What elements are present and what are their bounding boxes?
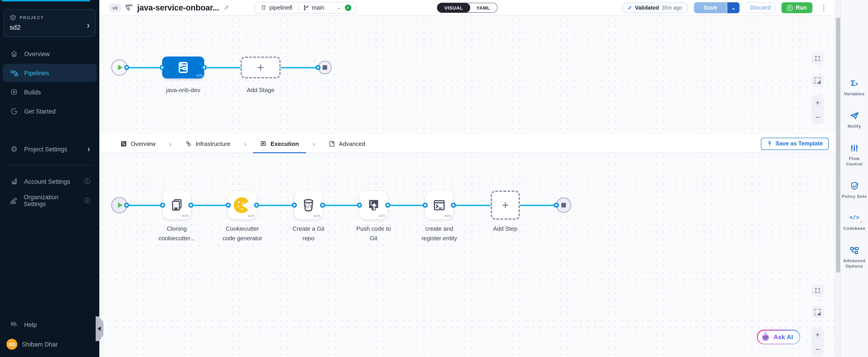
rail-item-variables[interactable]: Σx Variables <box>844 79 865 97</box>
rail-item-policy-sets[interactable]: Policy Sets <box>842 181 867 199</box>
branch-select-value: main <box>312 5 324 11</box>
connector-port[interactable] <box>423 203 428 208</box>
save-split-button: Save ⌄ <box>694 2 740 13</box>
code-glyph-icon: </> <box>379 214 385 218</box>
kebab-menu-icon[interactable]: ⋮ <box>818 3 829 12</box>
save-button[interactable]: Save <box>694 2 727 13</box>
ai-robot-icon <box>760 332 770 342</box>
sidebar-item-help[interactable]: ? Help <box>3 316 97 334</box>
rail-item-codebase[interactable]: </> ⚠ Codebase <box>843 213 865 231</box>
scrollbar-thumb[interactable] <box>836 17 840 273</box>
run-button[interactable]: Run <box>781 2 812 13</box>
tab-execution[interactable]: Execution <box>253 134 306 153</box>
step-label[interactable]: create and register entity <box>405 224 473 243</box>
save-as-template-button[interactable]: Save as Template <box>761 138 829 150</box>
marquee-select-button[interactable] <box>811 306 824 318</box>
execution-tab-icon <box>260 140 267 147</box>
user-profile[interactable]: SD Shibam Dhar <box>0 334 99 354</box>
stage-label[interactable]: java-onb-dev <box>149 85 217 95</box>
step-create-git-repo[interactable]: </> </> <box>294 191 322 219</box>
ask-ai-button[interactable]: Ask AI <box>757 330 800 344</box>
connector-port[interactable] <box>160 65 165 70</box>
step-label[interactable]: Create a Git repo <box>274 224 343 243</box>
sidebar-item-builds[interactable]: Builds <box>3 83 97 101</box>
step-create-register-entity[interactable]: </> <box>425 191 453 219</box>
sidebar-item-project-settings[interactable]: ⚙ Project Settings › <box>3 140 97 158</box>
chevron-right-icon: › <box>244 140 247 148</box>
connector-port[interactable] <box>202 65 207 70</box>
connector-port[interactable] <box>124 65 129 70</box>
save-dropdown-button[interactable]: ⌄ <box>727 2 740 13</box>
fullscreen-button[interactable] <box>811 285 824 297</box>
rail-label: Variables <box>844 91 865 97</box>
fullscreen-button[interactable] <box>811 53 824 65</box>
zoom-out-button[interactable]: − <box>815 346 820 353</box>
toggle-yaml[interactable]: YAML <box>469 3 497 13</box>
connector-port[interactable] <box>124 203 129 208</box>
pipeline-select[interactable]: </> pipeline8 <box>255 5 298 11</box>
stage-node-java-onb-dev[interactable]: </> <box>162 57 204 79</box>
execution-canvas[interactable]: </> Cloning cookiecutter... </> Cookiecu… <box>99 153 835 357</box>
connector-port[interactable] <box>320 203 325 208</box>
gear-icon: ⚙ <box>9 145 19 153</box>
sidebar-item-account-settings[interactable]: Account Settings ⓘ <box>3 172 97 190</box>
rail-item-advanced-options[interactable]: Advanced Options <box>841 245 868 269</box>
step-cloning-cookiecutter[interactable]: </> <box>163 191 191 219</box>
connector-port[interactable] <box>554 203 559 208</box>
toggle-visual[interactable]: VISUAL <box>437 3 470 13</box>
sidebar-item-overview[interactable]: Overview <box>3 45 97 63</box>
project-name: sd2 <box>9 23 90 31</box>
connector-port[interactable] <box>357 203 362 208</box>
code-glyph-icon: </> <box>444 214 451 218</box>
connector-port[interactable] <box>226 203 231 208</box>
project-selector[interactable]: PROJECT sd2 › <box>4 9 96 37</box>
info-icon: ⓘ <box>84 197 90 205</box>
rail-label: Advanced Options <box>841 258 868 269</box>
builds-icon <box>9 88 19 96</box>
step-cookiecutter-generator[interactable]: </> <box>228 191 256 219</box>
marquee-select-button[interactable] <box>811 74 824 87</box>
connector-port[interactable] <box>292 203 297 208</box>
vertical-scrollbar[interactable] <box>835 0 840 357</box>
sidebar-item-get-started[interactable]: Get Started <box>3 102 97 120</box>
rail-label: Codebase <box>843 226 865 231</box>
tab-infrastructure[interactable]: Infrastructure <box>178 134 238 153</box>
rail-item-flow-control[interactable]: Flow Control <box>841 143 868 167</box>
edit-pencil-icon[interactable]: ✎ <box>224 4 229 11</box>
step-label-line1: Create a Git <box>274 224 343 233</box>
zoom-in-button[interactable]: + <box>815 331 820 338</box>
connector-port[interactable] <box>385 203 390 208</box>
org-gear-icon <box>9 196 19 205</box>
stage-connector-line <box>127 67 318 68</box>
discard-button[interactable]: Discard <box>745 2 775 13</box>
header-actions: ✓ Validated 35m ago Save ⌄ Discard Run ⋮ <box>622 2 835 13</box>
connector-port[interactable] <box>160 203 165 208</box>
validated-badge[interactable]: ✓ Validated 35m ago <box>622 2 688 13</box>
tab-advanced[interactable]: Advanced <box>321 134 373 153</box>
step-label[interactable]: Cloning cookiecutter... <box>143 224 211 243</box>
ask-ai-label: Ask AI <box>773 333 793 340</box>
branch-select[interactable]: main ⌄ ✓ <box>298 5 355 11</box>
sidebar-item-pipelines[interactable]: Pipelines <box>3 64 97 82</box>
tab-overview[interactable]: Overview <box>113 134 163 153</box>
rail-item-notify[interactable]: Notify <box>848 111 861 129</box>
tab-label: Infrastructure <box>195 140 230 147</box>
step-label[interactable]: Push code to Git <box>339 224 408 243</box>
step-push-code-to-git[interactable]: </> <box>360 191 388 219</box>
overview-tab-icon <box>120 140 127 147</box>
add-stage-button[interactable]: + <box>241 57 281 79</box>
connector-port[interactable] <box>451 203 456 208</box>
add-stage-label[interactable]: Add Stage <box>226 85 295 95</box>
stage-canvas[interactable]: </> java-onb-dev + Add Stage + − <box>99 16 835 135</box>
add-step-button[interactable]: + <box>491 190 520 220</box>
branch-valid-icon: ✓ <box>345 5 351 11</box>
connector-port[interactable] <box>188 203 193 208</box>
connector-port[interactable] <box>254 203 259 208</box>
get-started-icon <box>9 107 19 115</box>
zoom-in-button[interactable]: + <box>815 99 820 107</box>
sidebar-item-organization-settings[interactable]: Organization Settings ⓘ <box>3 191 97 210</box>
add-step-label[interactable]: Add Step <box>471 224 539 233</box>
zoom-out-button[interactable]: − <box>815 113 820 121</box>
step-label[interactable]: Cookiecutter code generator <box>208 224 277 243</box>
connector-port[interactable] <box>315 65 320 70</box>
